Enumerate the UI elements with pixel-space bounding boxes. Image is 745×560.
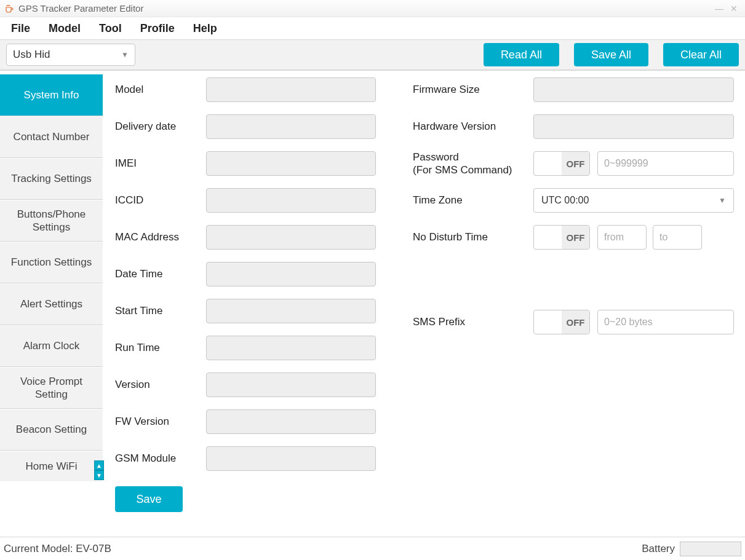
label-password-line2: (For SMS Command) xyxy=(413,164,512,176)
main-area: System Info Contact Number Tracking Sett… xyxy=(0,70,745,531)
field-runtime xyxy=(206,336,376,360)
label-delivery-date: Delivery date xyxy=(115,120,206,133)
sidebar-item-buttons-phone-settings[interactable]: Buttons/Phone Settings xyxy=(0,200,103,242)
sidebar-item-contact-number[interactable]: Contact Number xyxy=(0,116,103,158)
menu-help[interactable]: Help xyxy=(186,18,225,39)
field-fwversion xyxy=(206,409,376,434)
chevron-down-icon: ▼ xyxy=(719,196,726,205)
timezone-value: UTC 00:00 xyxy=(541,195,589,206)
chevron-down-icon: ▼ xyxy=(121,50,129,59)
toggle-on-half xyxy=(534,310,562,334)
close-button[interactable]: ✕ xyxy=(727,3,741,14)
label-iccid: ICCID xyxy=(115,194,206,207)
field-imei xyxy=(206,151,376,176)
label-version: Version xyxy=(115,379,206,391)
left-column: Model Delivery date IMEI ICCID MAC Addre… xyxy=(115,77,392,525)
label-hwver: Hardware Version xyxy=(413,120,533,133)
label-datetime: Date Time xyxy=(115,268,206,280)
titlebar: GPS Tracker Parameter Editor — ✕ xyxy=(0,0,745,17)
field-iccid xyxy=(206,188,376,213)
toggle-off-half: OFF xyxy=(562,310,589,334)
label-runtime: Run Time xyxy=(115,342,206,354)
right-column: Firmware Size Hardware Version Password … xyxy=(413,77,734,525)
save-button[interactable]: Save xyxy=(115,486,183,512)
scroll-down-handle[interactable]: ▼ xyxy=(94,470,104,480)
label-gsm: GSM Module xyxy=(115,452,206,465)
password-toggle[interactable]: OFF xyxy=(533,151,590,176)
toolbar: Usb Hid ▼ Read All Save All Clear All xyxy=(0,39,745,70)
sidebar-item-alert-settings[interactable]: Alert Settings xyxy=(0,283,103,325)
label-starttime: Start Time xyxy=(115,305,206,317)
menu-tool[interactable]: Tool xyxy=(92,18,129,39)
field-version xyxy=(206,373,376,397)
label-timezone: Time Zone xyxy=(413,194,533,207)
content-pane: Model Delivery date IMEI ICCID MAC Addre… xyxy=(103,71,745,531)
smsprefix-toggle[interactable]: OFF xyxy=(533,310,590,334)
field-fwsize xyxy=(533,77,734,102)
connection-dropdown[interactable]: Usb Hid ▼ xyxy=(6,44,135,66)
password-input[interactable] xyxy=(597,151,734,176)
sidebar-item-tracking-settings[interactable]: Tracking Settings xyxy=(0,158,103,200)
field-hwver xyxy=(533,114,734,139)
sidebar: System Info Contact Number Tracking Sett… xyxy=(0,71,103,531)
label-password: Password (For SMS Command) xyxy=(413,151,533,177)
scroll-up-handle[interactable]: ▲ xyxy=(94,460,104,470)
clear-all-button[interactable]: Clear All xyxy=(663,43,739,66)
sidebar-item-voice-prompt-setting[interactable]: Voice Prompt Setting xyxy=(0,367,103,409)
label-mac: MAC Address xyxy=(115,231,206,243)
menu-model[interactable]: Model xyxy=(41,18,88,39)
menu-profile[interactable]: Profile xyxy=(133,18,182,39)
toggle-on-half xyxy=(534,152,562,175)
field-gsm xyxy=(206,446,376,471)
field-datetime xyxy=(206,262,376,286)
sidebar-item-home-wifi[interactable]: Home WiFi xyxy=(0,451,103,481)
sidebar-item-beacon-setting[interactable]: Beacon Setting xyxy=(0,409,103,451)
label-fwsize: Firmware Size xyxy=(413,83,533,96)
window-title: GPS Tracker Parameter Editor xyxy=(18,3,143,14)
sidebar-item-system-info[interactable]: System Info xyxy=(0,74,103,116)
label-smsprefix: SMS Prefix xyxy=(413,315,533,328)
sidebar-item-alarm-clock[interactable]: Alarm Clock xyxy=(0,325,103,367)
toggle-on-half xyxy=(534,226,562,249)
sidebar-item-function-settings[interactable]: Function Settings xyxy=(0,242,103,283)
field-starttime xyxy=(206,299,376,323)
field-model xyxy=(206,77,376,102)
menubar: File Model Tool Profile Help xyxy=(0,17,745,39)
smsprefix-input[interactable] xyxy=(597,310,734,334)
label-password-line1: Password xyxy=(413,151,459,163)
statusbar: Current Model: EV-07B Battery xyxy=(0,537,745,560)
menu-file[interactable]: File xyxy=(4,18,38,39)
toggle-off-half: OFF xyxy=(562,226,589,249)
connection-value: Usb Hid xyxy=(13,49,50,61)
battery-label: Battery xyxy=(642,543,675,555)
app-icon xyxy=(4,3,15,14)
read-all-button[interactable]: Read All xyxy=(484,43,559,66)
label-fwversion: FW Version xyxy=(115,416,206,428)
timezone-select[interactable]: UTC 00:00 ▼ xyxy=(533,188,734,213)
field-delivery-date xyxy=(206,114,376,139)
minimize-button[interactable]: — xyxy=(712,3,727,14)
current-model-label: Current Model: EV-07B xyxy=(4,543,111,555)
label-nodisturb: No Disturb Time xyxy=(413,231,533,243)
field-mac xyxy=(206,225,376,250)
battery-indicator xyxy=(680,542,741,556)
nodisturb-to-input[interactable] xyxy=(653,225,702,250)
label-imei: IMEI xyxy=(115,157,206,170)
nodisturb-from-input[interactable] xyxy=(597,225,647,250)
label-model: Model xyxy=(115,84,206,96)
save-all-button[interactable]: Save All xyxy=(574,43,648,66)
nodisturb-toggle[interactable]: OFF xyxy=(533,225,590,250)
toggle-off-half: OFF xyxy=(562,152,589,175)
